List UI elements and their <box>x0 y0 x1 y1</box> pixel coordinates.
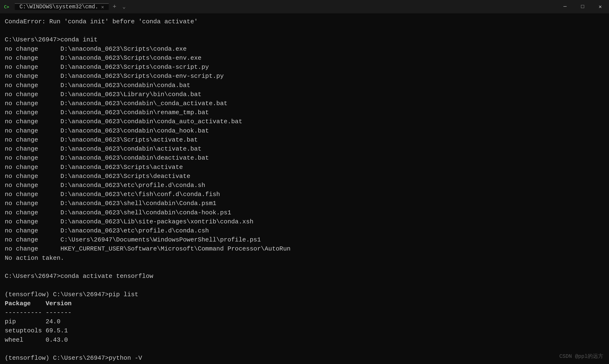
line-nc-13: no change D:\anaconda_0623\condabin\deac… <box>5 154 604 162</box>
line-nc-18: no change D:\anaconda_0623\shell\condabi… <box>5 199 604 208</box>
line-nc-9: no change D:\anaconda_0623\condabin\cond… <box>5 117 604 126</box>
line-nc-7: no change D:\anaconda_0623\condabin\_con… <box>5 99 604 108</box>
window-controls: ─ □ ✕ <box>556 0 609 13</box>
line-nc-21: no change D:\anaconda_0623\etc\profile.d… <box>5 226 604 235</box>
cmd-icon: C> <box>3 3 10 10</box>
tab-label: C:\WINDOWS\system32\cmd. <box>20 4 98 10</box>
minimize-button[interactable]: ─ <box>556 0 574 13</box>
line-nc-19: no change D:\anaconda_0623\shell\condabi… <box>5 208 604 217</box>
line-nc-20: no change D:\anaconda_0623\Lib\site-pack… <box>5 217 604 226</box>
close-button[interactable]: ✕ <box>591 0 609 13</box>
line-nc-8: no change D:\anaconda_0623\condabin\rena… <box>5 108 604 117</box>
line-conda-init-cmd: C:\Users\26947>conda init <box>5 35 604 44</box>
maximize-button[interactable]: □ <box>574 0 591 13</box>
line-python-version: Python 3.12.4 <box>5 363 604 364</box>
tab-area: C:\WINDOWS\system32\cmd. ✕ + ⌄ <box>15 2 129 12</box>
line-blank-3 <box>5 281 604 290</box>
line-conda-error: CondaError: Run 'conda init' before 'con… <box>5 17 604 26</box>
line-nc-4: no change D:\anaconda_0623\Scripts\conda… <box>5 72 604 81</box>
line-nc-14: no change D:\anaconda_0623\Scripts\activ… <box>5 163 604 172</box>
line-conda-activate: C:\Users\26947>conda activate tensorflow <box>5 272 604 281</box>
line-nc-22: no change C:\Users\26947\Documents\Windo… <box>5 235 604 244</box>
line-pip-list-cmd: (tensorflow) C:\Users\26947>pip list <box>5 290 604 299</box>
line-nc-17: no change D:\anaconda_0623\etc\fish\conf… <box>5 190 604 199</box>
tab-dropdown-button[interactable]: ⌄ <box>119 2 129 12</box>
line-setuptools-row: setuptools 69.5.1 <box>5 326 604 335</box>
tab-close-icon[interactable]: ✕ <box>101 4 104 10</box>
line-wheel-row: wheel 0.43.0 <box>5 336 604 344</box>
line-nc-2: no change D:\anaconda_0623\Scripts\conda… <box>5 53 604 63</box>
line-blank-1 <box>5 26 604 35</box>
line-nc-3: no change D:\anaconda_0623\Scripts\conda… <box>5 63 604 72</box>
active-tab[interactable]: C:\WINDOWS\system32\cmd. ✕ <box>15 3 109 10</box>
line-nc-6: no change D:\anaconda_0623\Library\bin\c… <box>5 90 604 99</box>
terminal-content: CondaError: Run 'conda init' before 'con… <box>0 13 609 364</box>
line-nc-12: no change D:\anaconda_0623\condabin\acti… <box>5 144 604 154</box>
line-blank-4 <box>5 344 604 353</box>
line-python-v-cmd: (tensorflow) C:\Users\26947>python -V <box>5 353 604 363</box>
line-nc-5: no change D:\anaconda_0623\condabin\cond… <box>5 81 604 90</box>
line-nc-1: no change D:\anaconda_0623\Scripts\conda… <box>5 44 604 53</box>
line-pip-row: pip 24.0 <box>5 317 604 326</box>
line-nc-23: no change HKEY_CURRENT_USER\Software\Mic… <box>5 244 604 253</box>
line-no-action: No action taken. <box>5 254 604 263</box>
titlebar: C> C:\WINDOWS\system32\cmd. ✕ + ⌄ ─ □ ✕ <box>0 0 609 13</box>
line-pip-sep: ---------- ------- <box>5 308 604 317</box>
line-nc-11: no change D:\anaconda_0623\Scripts\activ… <box>5 135 604 144</box>
line-blank-2 <box>5 263 604 272</box>
line-pip-header: Package Version <box>5 299 604 308</box>
titlebar-left: C> C:\WINDOWS\system32\cmd. ✕ + ⌄ <box>0 2 556 12</box>
line-nc-15: no change D:\anaconda_0623\Scripts\deact… <box>5 172 604 181</box>
watermark: CSDN @ppl的远方 <box>559 352 603 360</box>
line-nc-16: no change D:\anaconda_0623\etc\profile.d… <box>5 181 604 190</box>
svg-text:C>: C> <box>4 4 9 9</box>
new-tab-button[interactable]: + <box>110 2 119 12</box>
line-nc-10: no change D:\anaconda_0623\condabin\cond… <box>5 126 604 135</box>
